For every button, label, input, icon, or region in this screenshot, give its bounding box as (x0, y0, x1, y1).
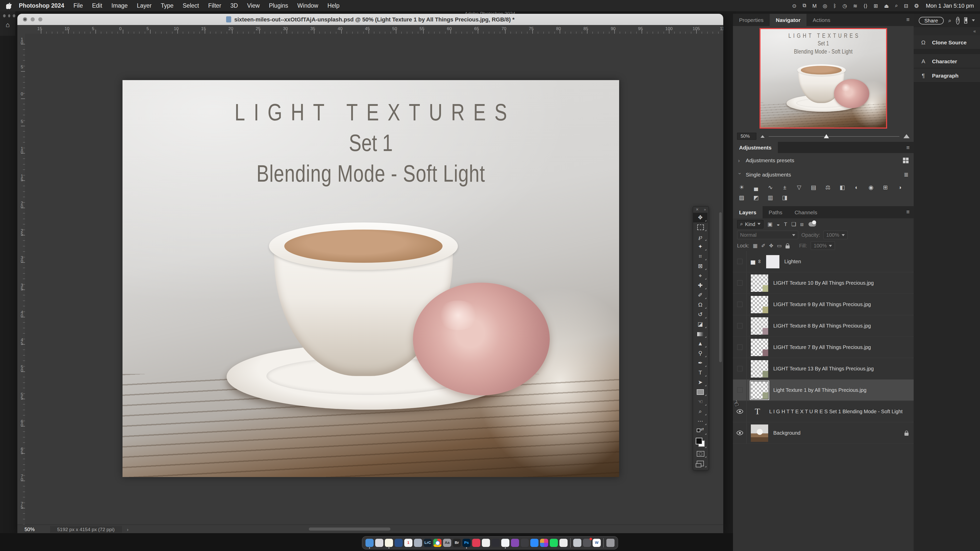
menu-window[interactable]: Window (298, 3, 318, 9)
dock-dark-app[interactable] (520, 539, 529, 547)
tab-adjustments[interactable]: Adjustments (733, 142, 778, 153)
menu-plugins[interactable]: Plugins (269, 3, 288, 9)
dock-zoom[interactable] (530, 539, 538, 547)
toolbar-close-icon[interactable]: ✕ (696, 208, 699, 212)
layer-row[interactable]: ▅ ∞ Background (733, 422, 914, 444)
rectangle-tool[interactable] (693, 387, 708, 397)
status-zoom-level[interactable]: 50% (24, 526, 35, 532)
navigator-view-proxy[interactable] (759, 28, 887, 129)
dock-white-app[interactable] (559, 539, 568, 547)
status-chevron-icon[interactable]: › (127, 526, 128, 532)
help-icon[interactable]: ? (956, 17, 959, 24)
layer-row[interactable]: ▅ ∞ L I G H T T E X T U R E S Set 1 Blen… (733, 401, 914, 422)
filter-shape-layers-icon[interactable]: ❏ (791, 221, 796, 227)
panel-paragraph[interactable]: ¶ Paragraph (914, 68, 980, 83)
filter-pixel-layers-icon[interactable]: ▣ (767, 221, 773, 227)
dock-spotify[interactable] (550, 539, 558, 547)
maximize-button[interactable] (38, 17, 42, 21)
dock-word[interactable]: W (593, 539, 601, 547)
minimize-button[interactable] (30, 17, 35, 21)
fill-value[interactable]: 100% (811, 241, 835, 250)
tab-channels[interactable]: Channels (788, 206, 823, 218)
layer-thumbnail[interactable] (751, 424, 768, 441)
lock-all-icon[interactable] (785, 245, 789, 248)
dev-tools-icon[interactable]: ⟨⟩ (864, 3, 868, 8)
dock-chrome[interactable] (433, 539, 442, 547)
dock-calendar[interactable]: 1 (404, 539, 412, 547)
panel-menu-icon[interactable]: ≡ (906, 16, 910, 22)
dock-document-app[interactable] (573, 539, 581, 547)
tab-properties[interactable]: Properties (733, 14, 770, 26)
layer-name[interactable]: LIGHT Texture 9 By All Things Precious.j… (773, 302, 871, 307)
menu-select[interactable]: Select (183, 3, 199, 9)
layer-thumbnail[interactable] (751, 317, 768, 334)
dock-separator-1[interactable] (570, 538, 571, 548)
dock-safari[interactable] (501, 539, 509, 547)
app-zoom-button[interactable] (13, 14, 15, 17)
eyedropper-tool[interactable]: ⌖ (693, 271, 708, 281)
zoom-out-icon[interactable] (760, 135, 765, 138)
dock-preview[interactable] (414, 539, 422, 547)
close-button[interactable] (23, 17, 27, 21)
adjustments-menu-icon[interactable]: ≡ (906, 144, 910, 151)
tab-actions[interactable]: Actions (807, 14, 837, 26)
layer-thumbnail[interactable] (766, 255, 779, 268)
tab-navigator[interactable]: Navigator (770, 14, 807, 26)
workspace-icon[interactable] (964, 17, 967, 24)
layer-name[interactable]: Light Texture 1 by All Things Precious.j… (773, 387, 866, 393)
visibility-toggle[interactable] (733, 272, 747, 293)
menu-edit[interactable]: Edit (92, 3, 102, 9)
adj-brightness-contrast[interactable]: ☀ (737, 183, 746, 192)
layer-row[interactable]: ▅ ∞ LIGHT Texture 13 By All Things Preci… (733, 358, 914, 380)
accessibility-icon[interactable]: ◎ (823, 3, 827, 8)
zoom-in-icon[interactable] (904, 134, 910, 138)
layer-thumbnail[interactable] (751, 338, 768, 356)
lock-position-icon[interactable]: ✥ (769, 243, 773, 248)
dock-blue-globe-app[interactable] (395, 539, 403, 547)
adj-levels[interactable]: ▄ (751, 183, 760, 192)
adjustments-presets-row[interactable]: › Adjustments presets (733, 153, 914, 167)
visibility-toggle[interactable] (733, 251, 747, 272)
document-title-bar[interactable]: sixteen-miles-out--xxOtGfTAjA-unsplash.p… (18, 14, 723, 25)
layer-name[interactable]: LIGHT Texture 13 By All Things Precious.… (773, 366, 874, 372)
eraser-tool[interactable]: ◪ (693, 319, 708, 329)
dock-bridge[interactable]: Br (453, 539, 461, 547)
dock-trash[interactable] (606, 539, 614, 547)
menu-filter[interactable]: Filter (208, 3, 221, 9)
edit-toolbar-button[interactable]: ⋯ (693, 416, 708, 426)
horizontal-scrollbar[interactable] (309, 527, 390, 530)
lock-transparent-pixels-icon[interactable]: ▦ (753, 243, 758, 248)
toolbar-expand-icon[interactable]: » (704, 208, 706, 212)
adj-photo-filter[interactable]: ◐ (852, 183, 861, 192)
tab-paths[interactable]: Paths (762, 206, 789, 218)
share-button[interactable]: Share (919, 17, 943, 24)
visibility-toggle[interactable] (733, 294, 747, 315)
layer-row[interactable]: ▅ ∞ Lighten (733, 251, 914, 272)
dock-camera-app[interactable] (482, 539, 490, 547)
layer-name[interactable]: LIGHT Texture 7 By All Things Precious.j… (773, 345, 871, 350)
visibility-toggle[interactable] (733, 337, 747, 358)
active-app-name[interactable]: Photoshop 2024 (19, 3, 64, 9)
layer-name[interactable]: L I G H T T E X T U R E S Set 1 Blending… (769, 409, 903, 414)
layer-thumbnail[interactable] (751, 360, 768, 377)
adj-invert[interactable]: ◑ (895, 183, 904, 192)
dock-badged-app[interactable] (583, 539, 591, 547)
layer-row[interactable]: ▅ ∞ Light Texture 1 by All Things Precio… (733, 380, 914, 401)
adj-vibrance[interactable]: ▽ (794, 183, 803, 192)
adj-selective-color[interactable]: ◨ (780, 193, 789, 202)
object-selection-tool[interactable]: ✦ (693, 242, 708, 251)
menu-view[interactable]: View (247, 3, 259, 9)
adj-exposure[interactable]: ± (780, 183, 789, 192)
vertical-ruler[interactable]: 105051015202530354045505560657075808590 (18, 34, 25, 525)
panel-clone-source[interactable]: Ω Clone Source (914, 35, 980, 49)
layer-thumbnail[interactable] (751, 295, 768, 313)
chevron-down-icon[interactable] (972, 19, 975, 21)
filter-type-layers-icon[interactable]: T (784, 221, 788, 227)
grid-view-icon[interactable] (903, 157, 908, 163)
menu-file[interactable]: File (73, 3, 83, 9)
wifi-icon[interactable]: ≋ (853, 3, 858, 8)
brush-tool[interactable]: ✐ (693, 290, 708, 300)
panel-character[interactable]: A Character (914, 54, 980, 68)
lock-artboard-icon[interactable]: ▭ (777, 243, 782, 248)
opacity-value[interactable]: 100% (823, 230, 848, 239)
